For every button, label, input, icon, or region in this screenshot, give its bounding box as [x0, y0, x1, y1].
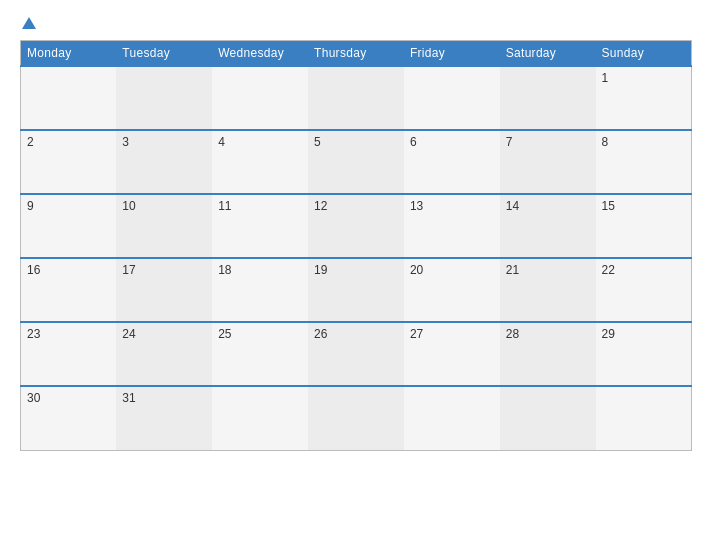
calendar-day-cell: 24 — [116, 322, 212, 386]
calendar-day-cell: 15 — [596, 194, 692, 258]
calendar-day-cell: 6 — [404, 130, 500, 194]
calendar-day-cell: 2 — [21, 130, 117, 194]
day-number: 25 — [218, 327, 231, 341]
calendar-day-cell: 1 — [596, 66, 692, 130]
calendar-header-thursday: Thursday — [308, 41, 404, 67]
day-number: 20 — [410, 263, 423, 277]
day-number: 30 — [27, 391, 40, 405]
calendar-day-cell: 9 — [21, 194, 117, 258]
calendar-header-sunday: Sunday — [596, 41, 692, 67]
day-number: 6 — [410, 135, 417, 149]
calendar-header-wednesday: Wednesday — [212, 41, 308, 67]
calendar-week-row: 23242526272829 — [21, 322, 692, 386]
day-number: 9 — [27, 199, 34, 213]
calendar-header-tuesday: Tuesday — [116, 41, 212, 67]
calendar-day-cell: 16 — [21, 258, 117, 322]
calendar-day-cell: 8 — [596, 130, 692, 194]
calendar-day-cell: 11 — [212, 194, 308, 258]
day-number: 2 — [27, 135, 34, 149]
calendar-day-cell — [116, 66, 212, 130]
calendar-table: MondayTuesdayWednesdayThursdayFridaySatu… — [20, 40, 692, 451]
calendar-day-cell: 22 — [596, 258, 692, 322]
calendar-day-cell — [308, 66, 404, 130]
calendar-day-cell — [212, 66, 308, 130]
day-number: 24 — [122, 327, 135, 341]
calendar-day-cell: 28 — [500, 322, 596, 386]
day-number: 10 — [122, 199, 135, 213]
calendar-page: MondayTuesdayWednesdayThursdayFridaySatu… — [0, 0, 712, 550]
day-number: 8 — [602, 135, 609, 149]
day-number: 21 — [506, 263, 519, 277]
calendar-day-cell: 23 — [21, 322, 117, 386]
calendar-day-cell — [21, 66, 117, 130]
day-number: 4 — [218, 135, 225, 149]
calendar-day-cell — [500, 66, 596, 130]
day-number: 28 — [506, 327, 519, 341]
calendar-header-row: MondayTuesdayWednesdayThursdayFridaySatu… — [21, 41, 692, 67]
calendar-day-cell — [404, 66, 500, 130]
calendar-header-monday: Monday — [21, 41, 117, 67]
calendar-day-cell: 5 — [308, 130, 404, 194]
calendar-day-cell — [308, 386, 404, 450]
day-number: 7 — [506, 135, 513, 149]
calendar-week-row: 3031 — [21, 386, 692, 450]
calendar-day-cell — [596, 386, 692, 450]
calendar-day-cell: 13 — [404, 194, 500, 258]
calendar-day-cell: 30 — [21, 386, 117, 450]
calendar-day-cell: 17 — [116, 258, 212, 322]
calendar-day-cell — [404, 386, 500, 450]
day-number: 3 — [122, 135, 129, 149]
day-number: 29 — [602, 327, 615, 341]
calendar-day-cell: 21 — [500, 258, 596, 322]
page-header — [20, 18, 692, 30]
day-number: 27 — [410, 327, 423, 341]
calendar-day-cell: 29 — [596, 322, 692, 386]
calendar-day-cell: 12 — [308, 194, 404, 258]
day-number: 23 — [27, 327, 40, 341]
calendar-day-cell: 3 — [116, 130, 212, 194]
day-number: 11 — [218, 199, 231, 213]
calendar-week-row: 2345678 — [21, 130, 692, 194]
logo — [20, 18, 36, 30]
day-number: 1 — [602, 71, 609, 85]
calendar-day-cell: 14 — [500, 194, 596, 258]
calendar-day-cell: 4 — [212, 130, 308, 194]
calendar-day-cell: 19 — [308, 258, 404, 322]
calendar-header-friday: Friday — [404, 41, 500, 67]
day-number: 15 — [602, 199, 615, 213]
day-number: 26 — [314, 327, 327, 341]
day-number: 13 — [410, 199, 423, 213]
day-number: 14 — [506, 199, 519, 213]
calendar-day-cell: 7 — [500, 130, 596, 194]
calendar-day-cell — [212, 386, 308, 450]
calendar-day-cell: 26 — [308, 322, 404, 386]
logo-triangle-icon — [22, 17, 36, 29]
calendar-week-row: 9101112131415 — [21, 194, 692, 258]
calendar-day-cell: 10 — [116, 194, 212, 258]
day-number: 18 — [218, 263, 231, 277]
day-number: 12 — [314, 199, 327, 213]
calendar-day-cell — [500, 386, 596, 450]
calendar-header-saturday: Saturday — [500, 41, 596, 67]
day-number: 5 — [314, 135, 321, 149]
day-number: 16 — [27, 263, 40, 277]
calendar-day-cell: 31 — [116, 386, 212, 450]
day-number: 31 — [122, 391, 135, 405]
calendar-day-cell: 25 — [212, 322, 308, 386]
calendar-day-cell: 18 — [212, 258, 308, 322]
calendar-week-row: 1 — [21, 66, 692, 130]
calendar-day-cell: 27 — [404, 322, 500, 386]
calendar-week-row: 16171819202122 — [21, 258, 692, 322]
day-number: 17 — [122, 263, 135, 277]
day-number: 22 — [602, 263, 615, 277]
calendar-day-cell: 20 — [404, 258, 500, 322]
day-number: 19 — [314, 263, 327, 277]
